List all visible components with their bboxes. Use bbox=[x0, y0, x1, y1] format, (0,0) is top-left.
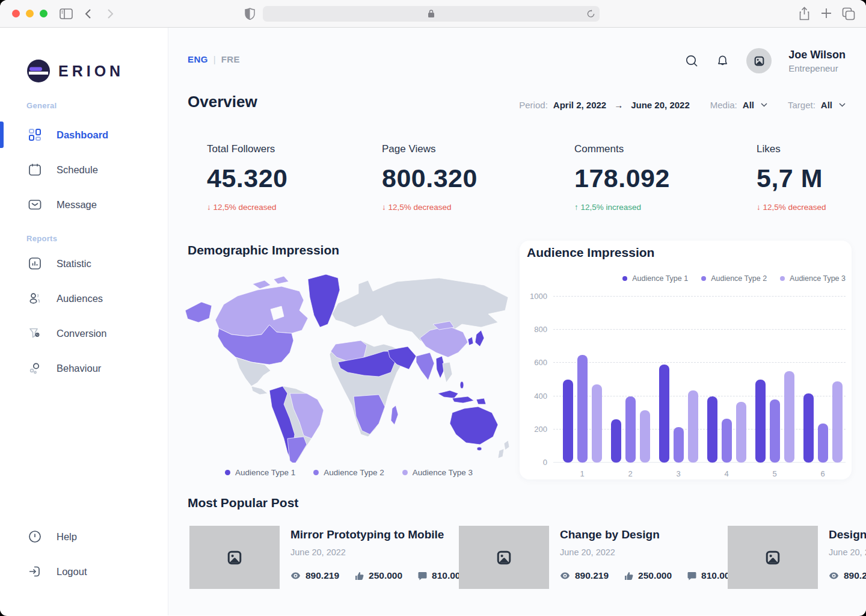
forward-icon[interactable] bbox=[107, 8, 114, 19]
bar bbox=[722, 419, 732, 463]
post-title[interactable]: Mirror Prototyping to Mobile bbox=[290, 528, 465, 541]
x-axis-label: 2 bbox=[606, 469, 654, 478]
search-icon[interactable] bbox=[685, 54, 699, 68]
period-end-date[interactable]: June 20, 2022 bbox=[631, 100, 690, 110]
bar-group-2 bbox=[606, 396, 654, 463]
users-icon bbox=[28, 291, 42, 306]
post-likes: 250.000 bbox=[355, 570, 402, 581]
stat-page-views: Page Views 800.320 ↓ 12,5% decreased bbox=[382, 143, 478, 212]
post-views: 890.219 bbox=[560, 570, 609, 581]
lang-eng[interactable]: ENG bbox=[188, 54, 208, 64]
x-axis-label: 4 bbox=[702, 469, 751, 478]
zoom-window-button[interactable] bbox=[40, 10, 48, 17]
arrow-up-icon: ↑ bbox=[574, 203, 579, 212]
sidebar-item-help[interactable]: Help bbox=[0, 523, 168, 550]
target-label: Target: bbox=[788, 100, 815, 110]
brand-logo-icon bbox=[26, 59, 51, 83]
sidebar-item-dashboard[interactable]: Dashboard bbox=[0, 122, 168, 148]
sidebar-item-label: Dashboard bbox=[57, 129, 108, 141]
sidebar-item-behaviour[interactable]: Behaviour bbox=[0, 355, 168, 381]
stat-label: Likes bbox=[757, 143, 826, 155]
tab-overview-icon[interactable] bbox=[842, 7, 855, 20]
map-region-alaska bbox=[185, 302, 212, 322]
demographic-title: Demographic Impression bbox=[188, 243, 339, 257]
comment-icon bbox=[418, 571, 427, 581]
stat-delta-text: 12,5% decreased bbox=[763, 203, 826, 212]
legend-item: Audience Type 1 bbox=[225, 468, 295, 477]
chevron-down-icon bbox=[761, 103, 767, 107]
bar bbox=[755, 380, 766, 463]
post-card[interactable]: Design S June 20, 2022 890.219 250.000 8… bbox=[728, 526, 866, 589]
lang-fre[interactable]: FRE bbox=[221, 54, 240, 64]
lock-icon bbox=[428, 9, 435, 18]
browser-toolbar bbox=[0, 0, 866, 28]
legend-label: Audience Type 2 bbox=[324, 468, 384, 477]
post-card[interactable]: Mirror Prototyping to Mobile June 20, 20… bbox=[189, 526, 465, 589]
bar bbox=[707, 396, 717, 463]
post-title[interactable]: Design S bbox=[829, 528, 866, 541]
period-filter[interactable]: Period: April 2, 2022 → June 20, 2022 bbox=[519, 100, 690, 110]
address-bar[interactable] bbox=[263, 6, 600, 22]
legend-item: Audience Type 2 bbox=[313, 468, 384, 477]
brand-logo[interactable]: ERION bbox=[26, 59, 124, 83]
stat-delta: ↓ 12,5% decreased bbox=[207, 203, 288, 212]
stat-delta-text: 12,5% decreased bbox=[388, 203, 452, 212]
x-axis-label: 1 bbox=[558, 469, 606, 478]
post-likes: 250.000 bbox=[624, 570, 672, 581]
filter-bar: Period: April 2, 2022 → June 20, 2022 Me… bbox=[519, 100, 846, 110]
sidebar-item-conversion[interactable]: Conversion bbox=[0, 320, 168, 346]
world-map bbox=[180, 267, 517, 463]
user-role: Entrepeneur bbox=[788, 63, 846, 73]
bar bbox=[640, 410, 650, 463]
thumb-up-icon bbox=[355, 571, 364, 581]
notifications-icon[interactable] bbox=[716, 54, 729, 68]
y-axis-tick: 800 bbox=[520, 325, 547, 334]
map-legend: Audience Type 1 Audience Type 2 Audience… bbox=[180, 468, 517, 477]
y-axis-tick: 0 bbox=[520, 458, 547, 467]
sidebar-item-logout[interactable]: Logout bbox=[0, 558, 168, 585]
map-region-australia bbox=[450, 407, 498, 445]
map-region-tasmania bbox=[477, 447, 482, 451]
new-tab-icon[interactable] bbox=[820, 7, 833, 20]
bar bbox=[770, 399, 780, 463]
sidebar-toggle-icon[interactable] bbox=[60, 8, 73, 19]
bar bbox=[688, 390, 698, 463]
post-stats: 890.219 250.000 810.000 bbox=[560, 570, 735, 581]
stat-delta: ↓ 12,5% decreased bbox=[382, 203, 478, 212]
period-start-date[interactable]: April 2, 2022 bbox=[553, 100, 606, 110]
y-axis-tick: 600 bbox=[520, 358, 547, 368]
app-window: ERION General Dashboard Schedule bbox=[0, 0, 866, 616]
avatar[interactable] bbox=[746, 48, 772, 73]
arrow-right-icon: → bbox=[612, 100, 625, 110]
media-filter[interactable]: Media: All bbox=[710, 100, 767, 110]
sidebar-item-message[interactable]: Message bbox=[0, 191, 168, 218]
legend-dot-type3 bbox=[402, 470, 408, 475]
reload-icon[interactable] bbox=[586, 9, 595, 19]
image-placeholder-icon bbox=[495, 549, 513, 567]
post-title[interactable]: Change by Design bbox=[560, 528, 735, 541]
target-filter[interactable]: Target: All bbox=[788, 100, 846, 110]
minimize-window-button[interactable] bbox=[26, 10, 34, 17]
bar bbox=[592, 384, 602, 463]
bar bbox=[736, 402, 746, 463]
stat-delta: ↑ 12,5% increased bbox=[574, 203, 670, 212]
sidebar-item-schedule[interactable]: Schedule bbox=[0, 156, 168, 183]
stat-label: Page Views bbox=[382, 143, 478, 155]
stat-likes: Likes 5,7 M ↓ 12,5% decreased bbox=[757, 143, 826, 212]
user-name: Joe Wilson bbox=[788, 49, 846, 61]
share-icon[interactable] bbox=[799, 7, 810, 21]
privacy-shield-icon[interactable] bbox=[245, 8, 255, 20]
bar bbox=[563, 380, 573, 463]
eye-icon bbox=[290, 571, 301, 580]
sidebar-item-statistic[interactable]: Statistic bbox=[0, 250, 168, 277]
sidebar-item-audiences[interactable]: Audiences bbox=[0, 285, 168, 312]
bar bbox=[803, 393, 814, 463]
audience-xlabels: 123456 bbox=[558, 469, 847, 478]
map-region-canada bbox=[215, 286, 308, 336]
back-icon[interactable] bbox=[85, 8, 91, 19]
stat-value: 178.092 bbox=[574, 164, 670, 193]
funnel-icon bbox=[28, 326, 42, 340]
close-window-button[interactable] bbox=[12, 10, 20, 17]
map-region-indonesia-east bbox=[452, 396, 474, 403]
post-card[interactable]: Change by Design June 20, 2022 890.219 2… bbox=[459, 526, 735, 589]
